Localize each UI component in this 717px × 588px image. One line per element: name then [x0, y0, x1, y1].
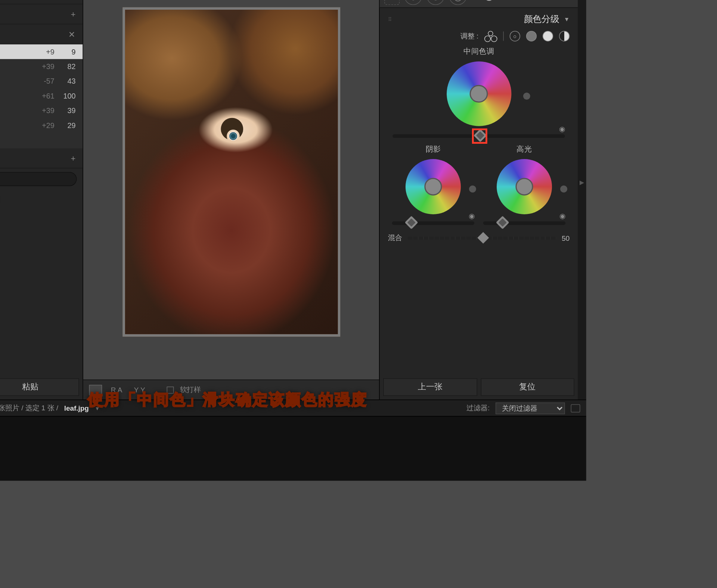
midtones-label: 中间色调 — [388, 46, 570, 57]
history-row[interactable]: 高光明亮度+2929 — [0, 118, 83, 133]
preview-eye-icon[interactable]: ◉ — [559, 125, 565, 133]
midtones-luminance-slider[interactable] — [392, 134, 565, 138]
history-row[interactable]: 中间色调明亮度+99 — [0, 44, 83, 59]
history-import[interactable]: 导入 (2022/4/6 14:47:21) — [0, 133, 83, 149]
mask-tool[interactable]: ◯ — [449, 0, 466, 5]
highlights-color-wheel[interactable] — [497, 159, 552, 214]
app-frame: ▲ LrC Adobe Lightroom Classic ▼ 图库 | 修改照… — [0, 0, 586, 480]
highlights-label: 高光 — [483, 144, 565, 154]
blend-value: 50 — [562, 234, 569, 242]
filmstrip[interactable]: 1 ± — [0, 416, 586, 480]
history-list: 中间色调明亮度+99 高光明亮度+3982 高光明亮度-5743 高光明亮度+6… — [0, 44, 83, 149]
add-collection-button[interactable]: + — [71, 153, 75, 163]
history-row[interactable]: 高光明亮度+3939 — [0, 103, 83, 118]
three-way-view[interactable] — [484, 31, 497, 41]
redeye-tool[interactable]: ◉ — [427, 0, 444, 5]
annotation-highlight — [472, 128, 487, 144]
highlights-sat-dot[interactable] — [560, 186, 567, 193]
collections-header[interactable]: ▼ 收藏夹 + — [0, 149, 83, 169]
tutorial-caption: 使用「中间色」滑块确定该颜色的强度 — [0, 389, 586, 410]
disclosure-down-icon: ▼ — [564, 16, 570, 22]
right-reveal[interactable]: ▶ — [578, 0, 586, 399]
shadows-sat-dot[interactable] — [469, 186, 476, 193]
local-tools-strip: ◐ ◉ ◯ — [380, 0, 578, 8]
highlights-view[interactable] — [543, 31, 553, 41]
midtones-view[interactable] — [526, 31, 537, 41]
center-panel: R A Y Y 软打样 — [83, 0, 379, 399]
main-photo[interactable] — [122, 7, 340, 337]
panel-grip-icon[interactable]: ⠿ — [388, 16, 393, 22]
preview-eye-icon[interactable]: ◉ — [559, 212, 565, 220]
history-row[interactable]: 高光明亮度-5743 — [0, 74, 83, 88]
shadows-label: 阴影 — [392, 144, 475, 154]
preview-eye-icon[interactable]: ◉ — [469, 212, 475, 220]
smart-collections[interactable]: ▶ 智能收藏夹 — [0, 190, 83, 207]
snapshots-header[interactable]: ▼ 快照 + — [0, 4, 83, 25]
highlights-luminance-slider[interactable] — [483, 221, 565, 225]
shadows-luminance-slider[interactable] — [392, 221, 475, 225]
global-view[interactable] — [559, 31, 569, 41]
shadows-color-wheel[interactable] — [406, 159, 461, 214]
presets-header[interactable]: ▶ 预设 + — [0, 0, 83, 4]
crop-tool[interactable] — [384, 0, 400, 5]
history-row[interactable]: 高光明亮度+61100 — [0, 88, 83, 103]
midtones-color-wheel[interactable] — [446, 62, 511, 126]
history-row[interactable]: 高光明亮度+3982 — [0, 59, 83, 74]
history-header[interactable]: ▼ 历史记录 ✕ — [0, 24, 83, 44]
midtones-sat-dot[interactable] — [523, 93, 530, 100]
blend-slider[interactable] — [408, 237, 556, 240]
color-grading-header[interactable]: ⠿ 颜色分级 ▼ — [388, 14, 570, 25]
add-snapshot-button[interactable]: + — [71, 9, 75, 19]
clear-history-button[interactable]: ✕ — [68, 29, 75, 39]
collections-search[interactable]: ⌕ 过滤收藏夹 — [0, 172, 77, 186]
left-panel: ▶ 导航器 适合▾ 100% 300%▾ ▶ 预设 + ▼ 快照 + ▼ 历史记… — [0, 0, 83, 399]
heal-tool[interactable]: ◐ — [404, 0, 422, 5]
right-panel: 直方图 ◀ ◐ ◉ ◯ ⠿ 颜色分级 ▼ 调整 : — [379, 0, 578, 399]
shadows-view[interactable]: ○ — [510, 31, 520, 41]
